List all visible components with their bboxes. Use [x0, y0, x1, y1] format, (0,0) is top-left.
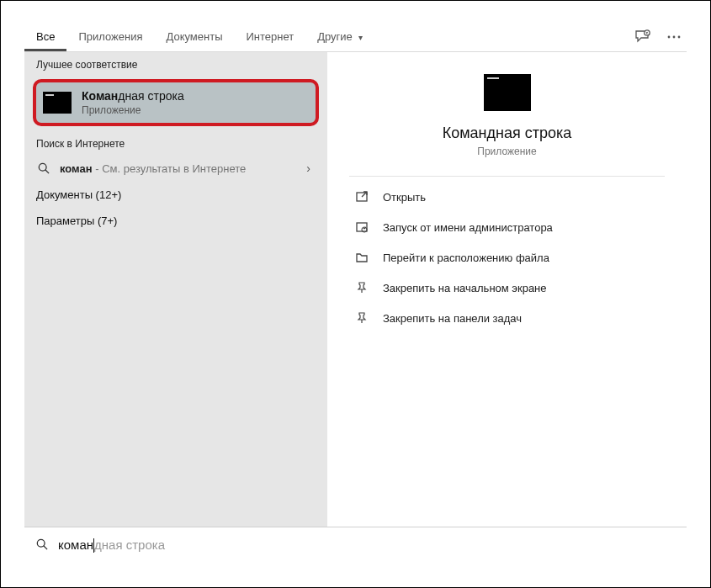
tab-more[interactable]: Другие ▾ — [305, 23, 374, 51]
feedback-icon[interactable] — [634, 29, 651, 45]
documents-group[interactable]: Документы (12+) — [24, 182, 327, 208]
tab-documents[interactable]: Документы — [154, 23, 234, 51]
action-open-location-label: Перейти к расположению файла — [383, 252, 549, 264]
search-icon — [36, 162, 51, 174]
action-run-admin[interactable]: Запуск от имени администратора — [349, 212, 665, 242]
more-options-icon[interactable] — [666, 34, 682, 40]
tab-more-label: Другие — [317, 30, 353, 43]
action-open-label: Открыть — [383, 191, 426, 204]
action-open[interactable]: Открыть — [349, 182, 665, 212]
search-input[interactable]: командная строка — [58, 538, 165, 554]
search-suggestion-ghost: дная строка — [94, 538, 165, 552]
chevron-right-icon: › — [306, 162, 316, 175]
svg-line-5 — [45, 170, 49, 173]
pin-start-icon — [353, 281, 371, 294]
admin-icon — [353, 220, 371, 234]
web-search-item[interactable]: коман - См. результаты в Интернете › — [24, 155, 327, 182]
detail-divider — [349, 176, 665, 177]
svg-line-9 — [44, 545, 47, 548]
svg-point-2 — [673, 36, 676, 39]
web-search-text: коман - См. результаты в Интернете — [60, 162, 246, 175]
detail-subtitle: Приложение — [477, 146, 536, 157]
svg-point-1 — [668, 36, 671, 39]
detail-title: Командная строка — [443, 124, 572, 142]
action-pin-taskbar[interactable]: Закрепить на панели задач — [349, 303, 665, 333]
action-pin-taskbar-label: Закрепить на панели задач — [383, 312, 522, 325]
best-match-header: Лучшее соответствие — [24, 52, 327, 76]
svg-point-3 — [678, 36, 681, 39]
chevron-down-icon: ▾ — [358, 33, 363, 42]
tab-all[interactable]: Все — [24, 23, 66, 51]
settings-group[interactable]: Параметры (7+) — [24, 208, 327, 234]
best-match-item[interactable]: Командная строка Приложение — [33, 79, 319, 126]
cmd-icon-large — [484, 74, 531, 111]
web-search-header: Поиск в Интернете — [24, 131, 327, 155]
tab-apps[interactable]: Приложения — [66, 23, 154, 51]
open-icon — [353, 190, 371, 204]
search-icon — [36, 538, 48, 554]
cmd-icon — [43, 92, 72, 114]
folder-icon — [353, 251, 371, 264]
search-panel: Все Приложения Документы Интернет Другие… — [0, 0, 711, 588]
best-match-title: Командная строка — [82, 89, 184, 103]
action-pin-start[interactable]: Закрепить на начальном экране — [349, 273, 665, 303]
results-pane: Лучшее соответствие Командная строка При… — [24, 52, 327, 527]
detail-pane: Командная строка Приложение Открыть Запу… — [327, 52, 687, 527]
action-open-location[interactable]: Перейти к расположению файла — [349, 242, 665, 273]
tab-internet[interactable]: Интернет — [234, 23, 305, 51]
pin-taskbar-icon — [353, 311, 371, 325]
filter-tabs: Все Приложения Документы Интернет Другие… — [24, 23, 687, 51]
action-pin-start-label: Закрепить на начальном экране — [383, 282, 547, 294]
search-typed-text: коман — [58, 538, 93, 552]
search-bar[interactable]: командная строка — [24, 527, 687, 564]
action-list: Открыть Запуск от имени администратора П… — [349, 182, 665, 333]
best-match-subtitle: Приложение — [82, 104, 184, 116]
action-run-admin-label: Запуск от имени администратора — [383, 221, 553, 234]
text-caret — [93, 538, 94, 553]
